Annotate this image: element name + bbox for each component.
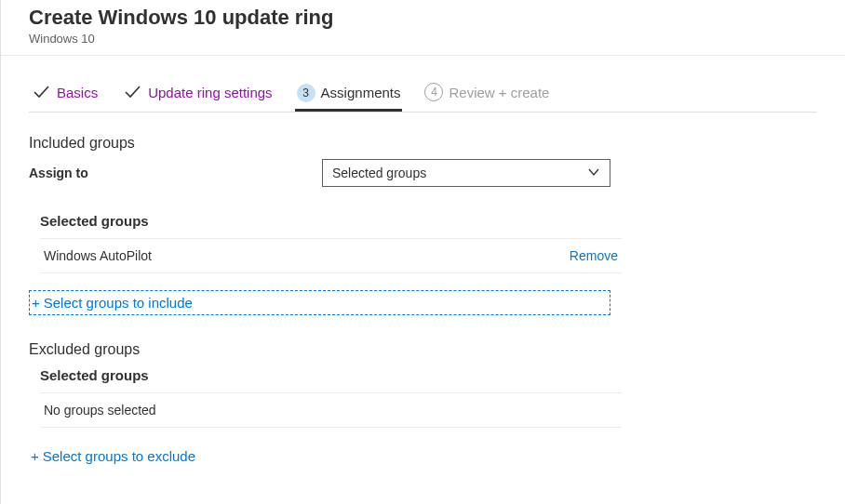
check-icon bbox=[31, 82, 51, 102]
check-icon bbox=[122, 82, 142, 102]
included-groups-table: Windows AutoPilot Remove bbox=[40, 238, 622, 273]
page-header: Create Windows 10 update ring Windows 10 bbox=[1, 0, 845, 56]
tab-basics[interactable]: Basics bbox=[29, 78, 100, 112]
excluded-groups-table: No groups selected bbox=[40, 392, 622, 428]
add-link-label: Select groups to exclude bbox=[43, 448, 195, 464]
page-subtitle: Windows 10 bbox=[29, 32, 845, 46]
tab-label: Basics bbox=[57, 85, 98, 100]
select-groups-to-exclude-link[interactable]: + Select groups to exclude bbox=[29, 444, 201, 468]
remove-group-link[interactable]: Remove bbox=[570, 248, 618, 263]
plus-icon: + bbox=[31, 449, 39, 463]
assign-to-select[interactable]: Selected groups bbox=[322, 159, 610, 187]
tab-update-ring-settings[interactable]: Update ring settings bbox=[120, 78, 274, 112]
step-number-badge: 4 bbox=[424, 83, 443, 101]
page-title: Create Windows 10 update ring bbox=[29, 6, 845, 30]
tab-label: Assignments bbox=[321, 85, 401, 100]
select-groups-to-include-link[interactable]: + Select groups to include bbox=[29, 290, 610, 315]
tab-label: Review + create bbox=[449, 85, 549, 100]
add-link-label: Select groups to include bbox=[44, 295, 193, 311]
assign-to-label: Assign to bbox=[29, 166, 322, 180]
tab-assignments[interactable]: 3 Assignments bbox=[295, 80, 403, 112]
table-row: Windows AutoPilot Remove bbox=[40, 239, 622, 273]
chevron-down-icon bbox=[587, 166, 600, 181]
plus-icon: + bbox=[32, 296, 40, 310]
step-number-badge: 3 bbox=[297, 84, 315, 102]
assign-to-row: Assign to Selected groups bbox=[29, 159, 817, 187]
included-selected-heading: Selected groups bbox=[40, 213, 817, 229]
excluded-groups-heading: Excluded groups bbox=[29, 341, 817, 358]
included-groups-heading: Included groups bbox=[29, 135, 817, 152]
assign-to-value: Selected groups bbox=[332, 166, 426, 180]
empty-groups-text: No groups selected bbox=[44, 403, 156, 418]
tab-label: Update ring settings bbox=[148, 85, 272, 100]
wizard-tabs: Basics Update ring settings 3 Assignment… bbox=[29, 78, 817, 113]
excluded-selected-heading: Selected groups bbox=[40, 367, 817, 383]
table-row: No groups selected bbox=[40, 393, 622, 428]
group-name: Windows AutoPilot bbox=[44, 248, 152, 263]
tab-review-create[interactable]: 4 Review + create bbox=[422, 79, 551, 111]
